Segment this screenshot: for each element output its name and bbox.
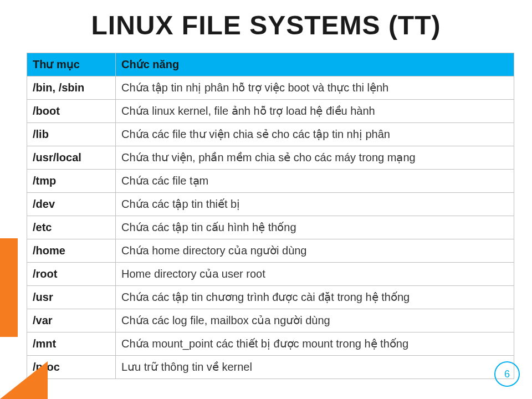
table-row: /usrChứa các tập tin chương trình được c… bbox=[27, 286, 514, 309]
header-dir: Thư mục bbox=[27, 53, 116, 76]
slide-title: LINUX FILE SYSTEMS (TT) bbox=[0, 10, 532, 40]
cell-dir: /mnt bbox=[27, 332, 116, 356]
cell-func: Chứa các file tạm bbox=[116, 170, 514, 193]
cell-func: Chứa linux kernel, file ảnh hỗ trợ load … bbox=[116, 100, 514, 123]
table: Thư mục Chức năng /bin, /sbinChứa tập ti… bbox=[27, 53, 514, 379]
cell-func: Lưu trữ thông tin về kernel bbox=[116, 356, 514, 379]
table-row: /tmpChứa các file tạm bbox=[27, 170, 514, 193]
cell-dir: /boot bbox=[27, 100, 116, 123]
table-row: /homeChứa home directory của người dùng bbox=[27, 239, 514, 263]
slide: LINUX FILE SYSTEMS (TT) Thư mục Chức năn… bbox=[0, 0, 532, 399]
cell-func: Chứa tập tin nhị phân hỗ trợ việc boot v… bbox=[116, 76, 514, 100]
table-row: /devChứa các tập tin thiết bị bbox=[27, 193, 514, 216]
cell-dir: /tmp bbox=[27, 170, 116, 193]
cell-func: Chứa các tập tin cấu hình hệ thống bbox=[116, 216, 514, 239]
table-row: /etcChứa các tập tin cấu hình hệ thống bbox=[27, 216, 514, 239]
header-func: Chức năng bbox=[116, 53, 514, 76]
page-number: 6 bbox=[494, 361, 520, 387]
accent-band bbox=[0, 238, 18, 337]
cell-dir: /etc bbox=[27, 216, 116, 239]
table-row: /libChứa các file thư viện chia sẻ cho c… bbox=[27, 123, 514, 146]
table-row: /rootHome directory của user root bbox=[27, 263, 514, 286]
cell-dir: /var bbox=[27, 309, 116, 332]
table-row: /procLưu trữ thông tin về kernel bbox=[27, 356, 514, 379]
cell-func: Chứa thư viện, phần mềm chia sẻ cho các … bbox=[116, 146, 514, 170]
table-row: /varChứa các log file, mailbox của người… bbox=[27, 309, 514, 332]
cell-func: Chứa home directory của người dùng bbox=[116, 239, 514, 263]
cell-dir: /usr/local bbox=[27, 146, 116, 170]
table-header-row: Thư mục Chức năng bbox=[27, 53, 514, 76]
cell-dir: /root bbox=[27, 263, 116, 286]
accent-corner bbox=[0, 361, 48, 399]
cell-dir: /lib bbox=[27, 123, 116, 146]
table-row: /usr/localChứa thư viện, phần mềm chia s… bbox=[27, 146, 514, 170]
cell-dir: /bin, /sbin bbox=[27, 76, 116, 100]
cell-dir: /home bbox=[27, 239, 116, 263]
cell-func: Chứa các tập tin thiết bị bbox=[116, 193, 514, 216]
table-row: /bootChứa linux kernel, file ảnh hỗ trợ … bbox=[27, 100, 514, 123]
table-row: /bin, /sbinChứa tập tin nhị phân hỗ trợ … bbox=[27, 76, 514, 100]
filesystem-table: Thư mục Chức năng /bin, /sbinChứa tập ti… bbox=[27, 53, 514, 379]
cell-func: Chứa các file thư viện chia sẻ cho các t… bbox=[116, 123, 514, 146]
cell-func: Home directory của user root bbox=[116, 263, 514, 286]
cell-dir: /usr bbox=[27, 286, 116, 309]
cell-func: Chứa mount_point các thiết bị được mount… bbox=[116, 332, 514, 356]
table-row: /mntChứa mount_point các thiết bị được m… bbox=[27, 332, 514, 356]
cell-func: Chứa các tập tin chương trình được cài đ… bbox=[116, 286, 514, 309]
cell-dir: /dev bbox=[27, 193, 116, 216]
cell-func: Chứa các log file, mailbox của người dùn… bbox=[116, 309, 514, 332]
